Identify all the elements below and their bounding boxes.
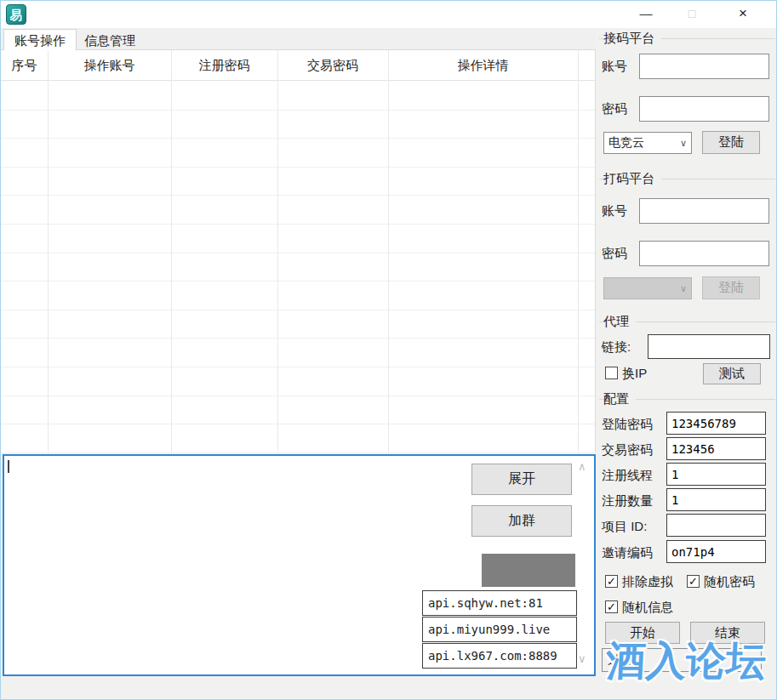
- qr-placeholder-box: [482, 554, 575, 587]
- config-reg-threads-input[interactable]: [666, 463, 766, 486]
- captcha-account-label: 账号: [602, 203, 627, 219]
- title-bar: 易 — □ ×: [1, 1, 776, 28]
- api-endpoint-box[interactable]: api.sqhyw.net:81: [422, 590, 577, 616]
- change-ip-label[interactable]: 换IP: [622, 366, 647, 382]
- captcha-account-input[interactable]: [639, 198, 769, 224]
- app-logo-icon: 易: [6, 4, 26, 25]
- change-ip-checkbox[interactable]: [605, 367, 618, 379]
- proxy-test-button[interactable]: 测试: [703, 363, 761, 384]
- captcha-provider-dropdown: ∨: [603, 277, 692, 299]
- random-password-checkbox[interactable]: ✓: [687, 575, 700, 588]
- exclude-virtual-checkbox[interactable]: ✓: [605, 575, 618, 588]
- proxy-link-label: 链接:: [602, 339, 631, 356]
- config-invite-code-input[interactable]: [666, 540, 766, 563]
- col-header-reg-password[interactable]: 注册密码: [171, 50, 277, 81]
- maximize-button[interactable]: □: [672, 1, 711, 28]
- config-reg-count-label: 注册数量: [602, 493, 653, 509]
- minimize-button[interactable]: —: [626, 1, 666, 28]
- col-header-account[interactable]: 操作账号: [48, 50, 171, 81]
- config-title: 配置: [603, 391, 636, 407]
- col-header-index[interactable]: 序号: [1, 50, 48, 81]
- captcha-platform-title: 打码平台: [603, 171, 661, 187]
- captcha-password-input[interactable]: [639, 241, 769, 266]
- chevron-down-icon: ∨: [680, 138, 687, 149]
- invite-combobox[interactable]: 邀请 ∨: [602, 648, 762, 672]
- column-divider: [277, 50, 278, 452]
- sms-provider-dropdown[interactable]: 电竞云 ∨: [603, 132, 692, 154]
- sms-account-label: 账号: [602, 59, 627, 75]
- random-info-label[interactable]: 随机信息: [622, 600, 673, 616]
- expand-button[interactable]: 展开: [471, 464, 572, 495]
- chevron-down-icon: ∨: [749, 655, 756, 666]
- config-reg-count-input[interactable]: [666, 488, 766, 511]
- tab-strip: 账号操作 信息管理: [1, 28, 596, 50]
- account-table[interactable]: 序号 操作账号 注册密码 交易密码 操作详情: [1, 50, 596, 452]
- col-header-details[interactable]: 操作详情: [388, 50, 578, 81]
- column-divider: [171, 50, 172, 452]
- scroll-down-icon[interactable]: ∨: [578, 652, 586, 665]
- config-trade-password-label: 交易密码: [602, 442, 653, 458]
- column-divider: [578, 50, 579, 452]
- sms-platform-title: 接码平台: [603, 31, 661, 47]
- scroll-up-icon[interactable]: ∧: [578, 460, 586, 473]
- captcha-password-label: 密码: [602, 246, 627, 262]
- column-divider: [48, 50, 49, 452]
- table-header-row: 序号 操作账号 注册密码 交易密码 操作详情: [1, 50, 595, 81]
- random-password-label[interactable]: 随机密码: [704, 574, 755, 590]
- chevron-down-icon: ∨: [680, 283, 687, 294]
- table-body-empty-rows: [1, 82, 595, 452]
- invite-combobox-label: 邀请: [608, 652, 633, 669]
- text-caret: [8, 460, 9, 473]
- config-login-password-input[interactable]: [666, 412, 766, 435]
- sms-password-input[interactable]: [639, 96, 769, 122]
- join-group-button[interactable]: 加群: [471, 505, 572, 537]
- config-project-id-input[interactable]: [666, 514, 766, 537]
- proxy-title: 代理: [603, 314, 636, 330]
- column-divider: [388, 50, 389, 452]
- config-project-id-label: 项目 ID:: [602, 519, 647, 535]
- tab-account-operations[interactable]: 账号操作: [3, 29, 77, 51]
- exclude-virtual-label[interactable]: 排除虚拟: [622, 574, 673, 590]
- end-button[interactable]: 结束: [690, 622, 765, 644]
- start-button[interactable]: 开始: [605, 622, 680, 644]
- sms-account-input[interactable]: [639, 54, 769, 79]
- sms-provider-selected: 电竞云: [608, 135, 644, 151]
- config-trade-password-input[interactable]: [666, 437, 766, 460]
- config-reg-threads-label: 注册线程: [602, 468, 653, 484]
- config-login-password-label: 登陆密码: [602, 417, 653, 433]
- app-window: 易 — □ × 账号操作 信息管理 序号 操作账号 注册密码 交易密码 操作详情…: [0, 0, 777, 700]
- col-header-trade-password[interactable]: 交易密码: [277, 50, 388, 81]
- proxy-link-input[interactable]: [648, 334, 770, 359]
- config-invite-code-label: 邀请编码: [602, 545, 653, 561]
- api-endpoint-box[interactable]: api.miyun999.live: [422, 617, 577, 642]
- close-button[interactable]: ×: [723, 1, 763, 28]
- sms-password-label: 密码: [602, 101, 627, 117]
- captcha-login-button: 登陆: [702, 276, 760, 299]
- sms-login-button[interactable]: 登陆: [702, 131, 760, 154]
- api-endpoint-box[interactable]: api.lx967.com:8889: [422, 643, 577, 669]
- tab-info-management[interactable]: 信息管理: [74, 31, 146, 50]
- random-info-checkbox[interactable]: ✓: [605, 600, 618, 613]
